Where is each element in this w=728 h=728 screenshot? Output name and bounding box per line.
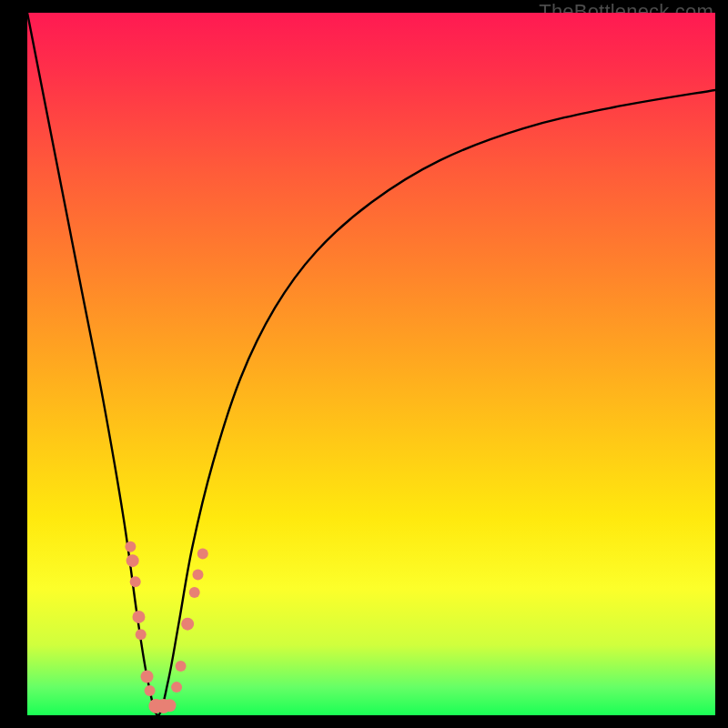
highlight-dot (126, 554, 139, 567)
highlight-dot (145, 685, 156, 696)
highlight-dot (181, 618, 194, 631)
highlight-dot (132, 611, 145, 623)
highlight-dot (136, 629, 147, 640)
highlight-dot (189, 587, 200, 598)
chart-frame: TheBottleneck.com (0, 0, 728, 728)
highlight-dot (197, 548, 208, 559)
curve-svg (27, 13, 715, 715)
highlight-dot (130, 576, 141, 587)
highlight-dot (141, 671, 154, 683)
bottleneck-curve (27, 13, 715, 715)
highlight-dot (171, 682, 182, 693)
highlight-dot (163, 699, 176, 712)
highlight-dot (192, 570, 203, 581)
plot-area (27, 13, 715, 715)
highlight-dot (176, 661, 187, 672)
highlight-dot (125, 541, 136, 552)
